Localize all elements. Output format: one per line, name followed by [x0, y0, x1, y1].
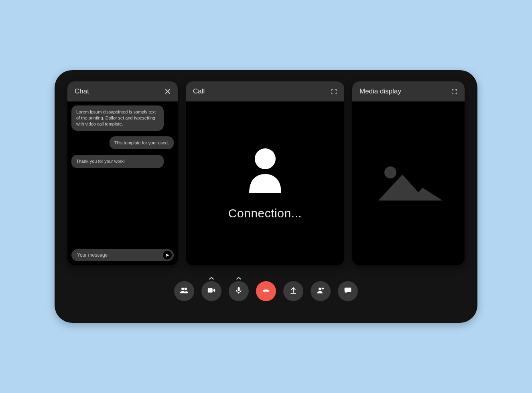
camera-button[interactable] — [201, 281, 221, 301]
send-button[interactable] — [163, 251, 172, 259]
call-toolbar — [67, 265, 465, 313]
chat-body: Lorem ipsum dissapointed is samply text … — [67, 101, 178, 265]
media-body — [352, 101, 465, 265]
call-header: Call — [186, 81, 344, 101]
chat-input[interactable] — [77, 252, 163, 258]
people-icon — [180, 286, 189, 296]
hangup-button-wrap — [256, 281, 276, 301]
microphone-button[interactable] — [229, 281, 249, 301]
add-user-button[interactable] — [311, 281, 331, 301]
chat-header: Chat — [67, 81, 178, 101]
svg-rect-4 — [208, 288, 213, 293]
camera-button-wrap — [201, 281, 221, 301]
call-title: Call — [193, 87, 205, 95]
device-frame: Chat Lorem ipsum dissapointed is samply … — [55, 70, 477, 323]
adduser-icon — [317, 286, 325, 296]
fullscreen-icon[interactable] — [451, 89, 457, 95]
close-icon[interactable] — [165, 89, 171, 94]
svg-point-7 — [319, 288, 321, 290]
media-panel: Media display — [352, 81, 465, 265]
share-button-wrap — [283, 281, 303, 301]
media-header: Media display — [352, 81, 465, 101]
chat-title: Chat — [75, 87, 89, 95]
chat-icon — [344, 286, 352, 296]
svg-point-3 — [184, 288, 187, 290]
chevron-up-icon[interactable] — [236, 276, 241, 281]
svg-rect-5 — [238, 287, 240, 291]
video-icon — [207, 286, 216, 296]
chat-messages: Lorem ipsum dissapointed is samply text … — [67, 101, 178, 245]
chat-message: Thank you for your work! — [71, 155, 164, 168]
phone-icon — [261, 285, 271, 297]
share-button[interactable] — [283, 281, 303, 301]
add-user-button-wrap — [311, 281, 331, 301]
panels-row: Chat Lorem ipsum dissapointed is samply … — [67, 81, 465, 265]
hangup-button[interactable] — [256, 281, 276, 301]
upload-icon — [289, 286, 297, 296]
participants-button[interactable] — [174, 281, 194, 301]
participants-button-wrap — [174, 281, 194, 301]
microphone-button-wrap — [229, 281, 249, 301]
chat-message: Lorem ipsum dissapointed is samply text … — [71, 105, 164, 131]
chat-panel: Chat Lorem ipsum dissapointed is samply … — [67, 81, 178, 265]
media-title: Media display — [359, 87, 401, 95]
chat-button-wrap — [338, 281, 358, 301]
chevron-up-icon[interactable] — [209, 276, 214, 281]
chat-input-row — [71, 249, 174, 261]
chat-button[interactable] — [338, 281, 358, 301]
avatar-icon — [245, 147, 285, 194]
mic-icon — [235, 286, 243, 296]
call-panel: Call Connection... — [186, 81, 344, 265]
call-body: Connection... — [186, 101, 344, 265]
call-status: Connection... — [228, 207, 302, 220]
svg-point-0 — [255, 148, 276, 169]
chat-message: This template for your used. — [110, 136, 174, 150]
svg-point-2 — [181, 288, 184, 290]
image-placeholder-icon — [374, 160, 443, 206]
svg-point-1 — [384, 166, 396, 178]
fullscreen-icon[interactable] — [331, 89, 337, 95]
